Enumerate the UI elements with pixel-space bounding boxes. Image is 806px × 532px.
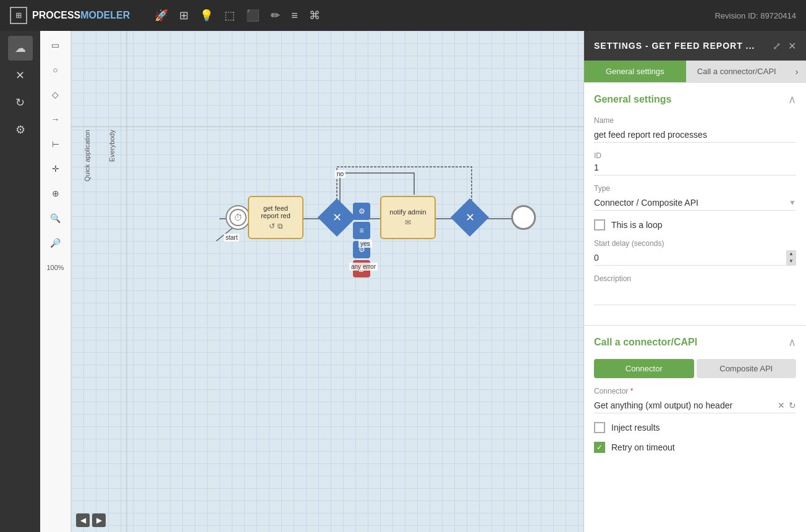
- select-arrow-icon: ▼: [789, 198, 796, 207]
- revision-id: Revision ID: 89720414: [715, 11, 796, 20]
- nav-controls: ◀ ▶: [76, 513, 106, 527]
- panel-title: SETTINGS - GET FEED REPORT ...: [594, 41, 755, 51]
- start-event[interactable]: ⏱: [226, 205, 250, 230]
- section-title-general: General settings: [594, 94, 671, 105]
- end-event[interactable]: [511, 205, 536, 230]
- close-panel-button[interactable]: ✕: [788, 40, 796, 52]
- app-logo: ⊞ PROCESSMODELER: [10, 7, 130, 24]
- zoom-out-tool[interactable]: 🔎: [45, 234, 66, 252]
- panel-content: General settings ∧ Name ID 1 Type: [584, 83, 806, 532]
- loop-label: This is a loop: [611, 220, 662, 230]
- task-get-feed[interactable]: get feedreport red ↺ ⧉: [248, 196, 303, 239]
- loop-checkbox[interactable]: [594, 219, 605, 230]
- maximize-button[interactable]: ⤢: [773, 40, 781, 52]
- connector-field-actions: ✕ ↻: [778, 400, 796, 410]
- retry-timeout-checkbox[interactable]: ✓: [594, 442, 605, 453]
- email-icon: ✉: [405, 218, 411, 227]
- panel-header-actions: ⤢ ✕: [773, 40, 796, 52]
- task-get-feed-box: get feedreport red ↺ ⧉: [248, 196, 303, 239]
- tab-general-settings[interactable]: General settings: [584, 61, 686, 82]
- sidebar-close-icon[interactable]: ✕: [8, 63, 33, 88]
- connector-field-wrap: Get anything (xml output) no header ✕ ↻: [594, 398, 796, 413]
- connector-section-header: Call a connector/CAPI ∧: [594, 336, 796, 349]
- start-delay-input[interactable]: [594, 250, 786, 265]
- float-btn-list[interactable]: ≡: [353, 222, 370, 239]
- connector-edit-btn[interactable]: ↻: [789, 400, 796, 410]
- tab-arrow[interactable]: ›: [787, 61, 806, 82]
- box-icon[interactable]: ⬛: [246, 9, 260, 22]
- name-input[interactable]: [594, 127, 796, 143]
- description-label: Description: [594, 274, 796, 283]
- panel-header: SETTINGS - GET FEED REPORT ... ⤢ ✕: [584, 31, 806, 61]
- type-select[interactable]: Connector / Composite API: [594, 195, 789, 210]
- shape-tools-panel: ▭ ○ ◇ → ⊢ ✛ ⊕ 🔍 🔎 100%: [40, 31, 71, 532]
- link-icon[interactable]: ⌘: [309, 9, 320, 22]
- copy-icon: ⧉: [278, 222, 283, 230]
- start-delay-label: Start delay (seconds): [594, 239, 796, 248]
- id-label: ID: [594, 151, 796, 160]
- list-icon[interactable]: ≡: [291, 9, 298, 22]
- bracket-tool[interactable]: ⊢: [45, 135, 66, 153]
- sub-tab-connector[interactable]: Connector: [594, 359, 694, 378]
- sidebar-refresh-icon[interactable]: ↻: [8, 90, 33, 115]
- end-event-shape: [511, 205, 536, 230]
- brand-name: PROCESSMODELER: [32, 10, 130, 21]
- gateway-2-inner: ✕: [465, 211, 475, 224]
- inject-results-checkbox[interactable]: [594, 422, 605, 433]
- rectangle-tool[interactable]: ▭: [45, 36, 66, 54]
- gateway-2-shape: ✕: [451, 198, 489, 237]
- lane-quick-application: Quick application: [83, 130, 91, 182]
- yes-label: yes: [358, 240, 372, 248]
- loop-checkbox-row: This is a loop: [594, 219, 796, 230]
- connector-section-title: Call a connector/CAPI: [594, 337, 697, 348]
- sub-tab-composite-api[interactable]: Composite API: [697, 359, 797, 378]
- main-area: ☁ ✕ ↻ ⚙ ▭ ○ ◇ → ⊢ ✛ ⊕ 🔍 🔎 100%: [0, 31, 806, 532]
- panel-tabs: General settings Call a connector/CAPI ›: [584, 61, 806, 83]
- type-select-wrap: Connector / Composite API ▼: [594, 195, 796, 211]
- number-spinners: ▲ ▼: [786, 250, 796, 265]
- any-error-label: any error: [349, 263, 378, 271]
- start-event-inner: ⏱: [229, 209, 247, 226]
- task-get-feed-icons: ↺ ⧉: [269, 222, 283, 230]
- zoom-in-tool[interactable]: ⊕: [45, 184, 66, 203]
- start-delay-wrap: ▲ ▼: [594, 250, 796, 266]
- logo-icon: ⊞: [10, 7, 27, 24]
- pencil-icon[interactable]: ✏: [271, 9, 280, 22]
- task-notify-admin[interactable]: notify admin ✉: [380, 196, 436, 239]
- section-collapse-btn[interactable]: ∧: [788, 93, 796, 106]
- spinner-up[interactable]: ▲: [786, 250, 796, 258]
- zoom-fit-tool[interactable]: 🔍: [45, 209, 66, 227]
- section-header: General settings ∧: [594, 93, 796, 106]
- bulb-icon[interactable]: 💡: [200, 9, 213, 22]
- section-divider: [594, 305, 796, 305]
- start-label: start: [224, 234, 239, 242]
- screen-icon[interactable]: ⬚: [224, 9, 235, 22]
- gateway-1[interactable]: ✕: [323, 204, 350, 231]
- connector-section: Call a connector/CAPI ∧ Connector Compos…: [584, 325, 806, 471]
- float-btn-settings[interactable]: ⚙: [353, 203, 370, 220]
- diamond-tool[interactable]: ◇: [45, 85, 66, 104]
- rocket-icon[interactable]: 🚀: [155, 9, 168, 22]
- name-label: Name: [594, 116, 796, 125]
- sidebar-settings-icon[interactable]: ⚙: [8, 117, 33, 142]
- connector-section-collapse[interactable]: ∧: [788, 336, 796, 349]
- start-event-shape: ⏱: [226, 205, 250, 230]
- scroll-right-btn[interactable]: ▶: [92, 513, 106, 527]
- move-tool[interactable]: ✛: [45, 159, 66, 178]
- tab-connector-capi[interactable]: Call a connector/CAPI: [686, 61, 788, 82]
- id-field-group: ID 1: [594, 151, 796, 175]
- id-value: 1: [594, 163, 796, 175]
- gateway-2[interactable]: ✕: [456, 204, 483, 231]
- navbar: ⊞ PROCESSMODELER 🚀 ⊞ 💡 ⬚ ⬛ ✏ ≡ ⌘ Revisio…: [0, 0, 806, 31]
- connector-clear-btn[interactable]: ✕: [778, 400, 785, 410]
- spinner-down[interactable]: ▼: [786, 258, 796, 265]
- connector-field-group: Connector * Get anything (xml output) no…: [594, 387, 796, 413]
- grid-icon[interactable]: ⊞: [179, 9, 189, 22]
- general-settings-section: General settings ∧ Name ID 1 Type: [584, 83, 806, 325]
- navbar-tools: 🚀 ⊞ 💡 ⬚ ⬛ ✏ ≡ ⌘: [155, 9, 320, 22]
- gateway-1-shape: ✕: [318, 198, 356, 237]
- scroll-left-btn[interactable]: ◀: [76, 513, 90, 527]
- circle-tool[interactable]: ○: [45, 61, 66, 79]
- sidebar-cloud-icon[interactable]: ☁: [8, 36, 33, 61]
- arrow-tool[interactable]: →: [45, 110, 66, 129]
